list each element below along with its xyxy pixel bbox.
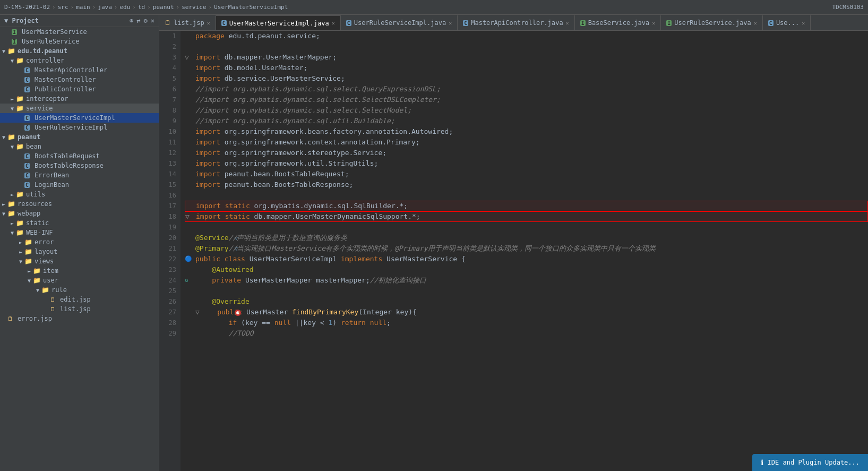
tab-label-use: Use... [776,19,799,27]
sidebar-item-WEB-INF[interactable]: ▼ 📁 WEB-INF [0,228,159,237]
line-num-3: 3 [164,52,176,63]
sidebar-item-PublicController[interactable]: C PublicController [0,84,159,94]
sidebar-item-list-jsp[interactable]: 🗒 list.jsp [0,304,159,314]
sidebar-item-ErrorBean[interactable]: C ErrorBean [0,170,159,180]
sidebar-item-MasterController[interactable]: C MasterController [0,75,159,84]
sidebar-item-edit-jsp[interactable]: 🗒 edit.jsp [0,295,159,304]
line-num-12: 12 [164,148,176,158]
tab-BaseService[interactable]: I BaseService.java ✕ [575,15,661,30]
code-line-29: //TODO [185,328,868,339]
sidebar-item-UserRuleService[interactable]: I UserRuleService [0,37,159,46]
tab-use[interactable]: C Use... ✕ [763,15,811,30]
tab-UserMasterServiceImpl[interactable]: C UserMasterServiceImpl.java ✕ [216,15,341,30]
tab-icon-use: C [768,20,774,26]
notification-icon: ℹ [761,458,763,467]
sidebar-header-icons: ⊕ ⇄ ⚙ ✕ [130,17,154,24]
sidebar-item-user[interactable]: ▼ 📁 user [0,276,159,285]
sidebar-item-service[interactable]: ▼ 📁 service [0,104,159,113]
sidebar-item-resources[interactable]: ► 📁 resources [0,199,159,209]
line-num-19: 19 [164,222,176,233]
code-line-15: import peanut.bean.BootsTableResponse; [185,179,868,190]
line-num-27: 27 [164,307,176,318]
sidebar-item-item[interactable]: ► 📁 item [0,266,159,276]
sync-icon[interactable]: ⇄ [136,17,140,24]
add-icon[interactable]: ⊕ [130,17,133,24]
tab-close-BaseService[interactable]: ✕ [652,20,655,26]
fold-marker-27: ▽ [195,307,200,318]
tab-close-use[interactable]: ✕ [802,20,805,26]
line-num-18: 18 [164,211,176,222]
code-line-25 [185,286,868,296]
sidebar-item-layout[interactable]: ► 📁 layout [0,247,159,256]
sidebar-scroll[interactable]: I UserMasterService I UserRuleService ▼ … [0,27,159,467]
line-num-6: 6 [164,84,176,95]
line-num-15: 15 [164,179,176,190]
close-icon[interactable]: ✕ [151,17,154,24]
line-num-1: 1 [164,31,176,41]
sidebar-item-UserMasterServiceImpl[interactable]: C UserMasterServiceImpl [0,113,159,123]
tab-label-BaseService: BaseService.java [588,19,650,27]
code-line-10: import org.springframework.beans.factory… [185,126,868,137]
line-num-28: 28 [164,318,176,328]
tab-UserRuleService[interactable]: I UserRuleService.java ✕ [661,15,763,30]
line-num-23: 23 [164,264,176,275]
tab-list-jsp[interactable]: 🗒 list.jsp ✕ [159,15,216,30]
sidebar-item-LoginBean[interactable]: C LoginBean [0,180,159,190]
line-num-11: 11 [164,137,176,148]
sidebar-item-utils[interactable]: ► 📁 utils [0,190,159,199]
sidebar-item-UserRuleServiceImpl[interactable]: C UserRuleServiceImpl [0,123,159,132]
line-num-29: 29 [164,328,176,339]
code-line-28: if (key == null ||key < 1) return null; [185,318,868,328]
line-num-24: 24 [164,275,176,286]
sidebar-item-UserMasterService[interactable]: I UserMasterService [0,27,159,37]
code-line-23: @Autowired [185,264,868,275]
line-num-26: 26 [164,296,176,307]
line-num-25: 25 [164,286,176,296]
project-name: TDCMS0103 [832,4,864,11]
code-line-17: import static org.mybatis.dynamic.sql.Sq… [185,201,868,211]
tab-MasterApiController[interactable]: C MasterApiController.java ✕ [458,15,574,30]
line-num-9: 9 [164,116,176,126]
settings-icon[interactable]: ⚙ [144,17,148,24]
bottom-notification[interactable]: ℹ IDE and Plugin Update... [752,454,868,471]
line-num-8: 8 [164,105,176,116]
tab-icon-BaseService: I [580,20,586,26]
sidebar-item-webapp[interactable]: ▼ 📁 webapp [0,209,159,218]
code-editor[interactable]: 1 2 3 4 5 6 7 8 9 10 11 12 13 14 15 16 1… [159,31,868,471]
tab-icon-list-jsp: 🗒 [165,19,171,27]
sidebar-item-MasterApiController[interactable]: C MasterApiController [0,65,159,75]
code-line-7: //import org.mybatis.dynamic.sql.select.… [185,95,868,105]
code-line-13: import org.springframework.util.StringUt… [185,158,868,169]
line-num-22: 22 [164,254,176,264]
tab-close-MasterApiController[interactable]: ✕ [566,20,569,26]
sidebar-item-BootsTableResponse[interactable]: C BootsTableResponse [0,161,159,170]
tab-label-MasterApiController: MasterApiController.java [471,19,563,27]
line-num-2: 2 [164,41,176,52]
sidebar-item-edu-td-peanut[interactable]: ▼ 📁 edu.td.peanut [0,46,159,56]
tab-close-UserRuleService[interactable]: ✕ [754,20,757,26]
sidebar-item-BootsTableRequest[interactable]: C BootsTableRequest [0,151,159,161]
code-line-11: import org.springframework.context.annot… [185,137,868,148]
sidebar-header: ▼ Project ⊕ ⇄ ⚙ ✕ [0,15,159,27]
sidebar-item-interceptor[interactable]: ► 📁 interceptor [0,94,159,104]
sidebar-item-peanut[interactable]: ▼ 📁 peanut [0,132,159,142]
code-line-4: import db.model.UserMaster; [185,63,868,73]
sidebar-item-bean[interactable]: ▼ 📁 bean [0,142,159,151]
line-num-17: 17 [164,201,176,211]
code-line-16 [185,190,868,201]
code-line-20: ▽ @Service//声明当前类是用于数据查询的服务类 [185,233,868,243]
editor-area: 🗒 list.jsp ✕ C UserMasterServiceImpl.jav… [159,15,868,471]
sidebar-item-rule[interactable]: ▼ 📁 rule [0,285,159,295]
tab-close-UserMasterServiceImpl[interactable]: ✕ [332,20,335,26]
sidebar-item-error-jsp[interactable]: 🗒 error.jsp [0,314,159,323]
sidebar-item-controller[interactable]: ▼ 📁 controller [0,56,159,65]
sidebar: ▼ Project ⊕ ⇄ ⚙ ✕ I UserMasterService I … [0,15,159,471]
sidebar-item-error[interactable]: ► 📁 error [0,237,159,247]
code-content[interactable]: package edu.td.peanut.service; ▽ import … [181,31,868,471]
sidebar-item-static[interactable]: ► 📁 static [0,218,159,228]
tab-close-UserRuleServiceImpl[interactable]: ✕ [449,20,452,26]
tab-bar: 🗒 list.jsp ✕ C UserMasterServiceImpl.jav… [159,15,868,31]
tab-UserRuleServiceImpl[interactable]: C UserRuleServiceImpl.java ✕ [341,15,458,30]
sidebar-item-views[interactable]: ▼ 📁 views [0,256,159,266]
tab-close-list-jsp[interactable]: ✕ [207,20,210,26]
